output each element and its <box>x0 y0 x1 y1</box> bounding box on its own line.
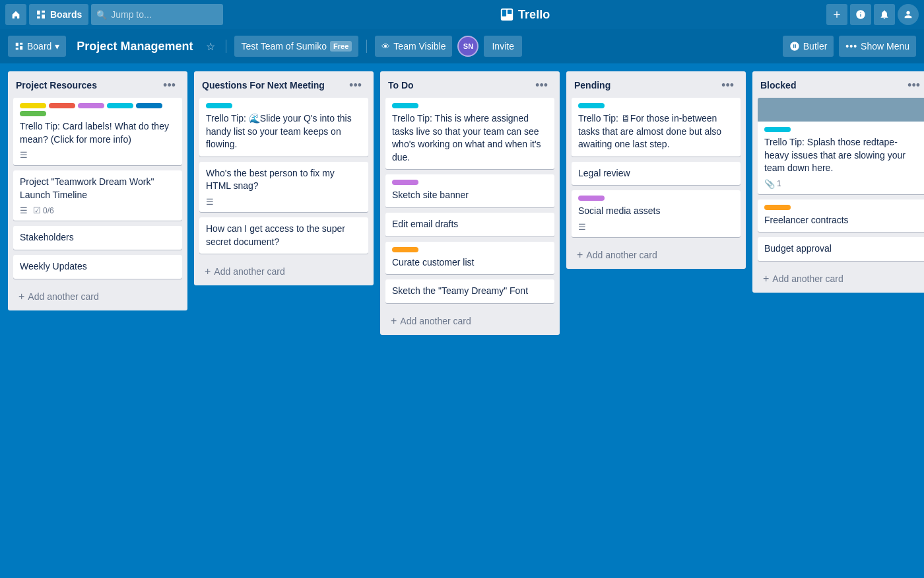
checklist-badge: ☑ 0/6 <box>33 205 54 215</box>
card-label-row <box>206 103 362 108</box>
card-label-row <box>578 196 734 201</box>
header-divider-2 <box>366 40 367 53</box>
list-title-pending: Pending <box>574 80 717 90</box>
svg-rect-8 <box>20 43 22 45</box>
card-pr-weekly[interactable]: Weekly Updates <box>13 255 182 279</box>
card-td-tip[interactable]: Trello Tip: This is where assigned tasks… <box>385 98 554 169</box>
card-td-font[interactable]: Sketch the "Teamy Dreamy" Font <box>385 279 554 303</box>
card-bl-budget[interactable]: Budget approval <box>758 237 924 261</box>
add-card-button-to-do[interactable]: +Add another card⊟ <box>383 310 557 332</box>
add-card-label: Add another card <box>400 316 471 326</box>
list-header-questions-next-meeting: Questions For Next Meeting••• <box>194 71 374 98</box>
chevron-down-icon: ▾ <box>55 41 59 52</box>
card-footer: ☰☑ 0/6 <box>20 205 176 215</box>
list-menu-button-project-resources[interactable]: ••• <box>159 78 180 92</box>
list-project-resources: Project Resources•••Trello Tip: Card lab… <box>8 71 187 310</box>
list-header-blocked: Blocked••• <box>752 71 924 98</box>
card-text: Trello Tip: 🖥For those in-between tasks … <box>578 112 734 151</box>
avatar[interactable]: SN <box>457 36 478 57</box>
card-text: Social media assets <box>578 205 734 218</box>
card-text: Edit email drafts <box>392 218 548 231</box>
create-button[interactable] <box>826 4 847 25</box>
svg-rect-3 <box>37 17 40 18</box>
card-label-teal <box>107 103 133 108</box>
trello-logo-icon <box>500 7 514 22</box>
card-pr-stakeholders[interactable]: Stakeholders <box>13 226 182 250</box>
list-menu-button-pending[interactable]: ••• <box>717 78 738 92</box>
card-pr-tip[interactable]: Trello Tip: Card labels! What do they me… <box>13 98 182 165</box>
add-card-button-questions-next-meeting[interactable]: +Add another card⊟ <box>197 260 371 283</box>
card-label-teal <box>392 103 418 108</box>
card-qnm-tip[interactable]: Trello Tip: 🌊Slide your Q's into this ha… <box>199 98 368 157</box>
card-text: Trello Tip: Card labels! What do they me… <box>20 120 176 146</box>
home-button[interactable] <box>5 4 26 25</box>
card-qnm-html[interactable]: Who's the best person to fix my HTML sna… <box>199 162 368 212</box>
board-header-right: Butler ••• Show Menu <box>783 36 916 57</box>
butler-button[interactable]: Butler <box>783 36 834 57</box>
board-header: Board ▾ Project Management ☆ Test Team o… <box>0 29 924 63</box>
card-text: Stakeholders <box>20 231 176 244</box>
card-label-row <box>20 103 176 116</box>
list-menu-button-blocked[interactable]: ••• <box>904 78 924 92</box>
card-bl-cover[interactable]: Trello Tip: Splash those redtape-heavy i… <box>758 98 924 194</box>
card-text: Budget approval <box>764 242 920 256</box>
card-footer: ☰ <box>578 222 734 232</box>
card-td-email[interactable]: Edit email drafts <box>385 213 554 236</box>
list-menu-button-questions-next-meeting[interactable]: ••• <box>345 78 366 92</box>
card-td-curate[interactable]: Curate customer list <box>385 242 554 275</box>
card-text: Who's the best person to fix my HTML sna… <box>206 167 362 193</box>
description-badge: ☰ <box>20 205 28 215</box>
team-visible-button[interactable]: 👁 Team Visible <box>375 36 452 57</box>
boards-label: Boards <box>50 9 82 20</box>
star-button[interactable]: ☆ <box>203 38 218 55</box>
card-label-row <box>392 103 548 108</box>
search-input[interactable] <box>91 4 223 25</box>
card-cover <box>758 98 924 122</box>
plus-icon: + <box>205 266 211 277</box>
card-bl-freelancer[interactable]: Freelancer contracts <box>758 199 924 233</box>
invite-button[interactable]: Invite <box>484 36 521 57</box>
card-label-row <box>764 127 920 132</box>
card-text: Legal review <box>578 167 734 180</box>
free-badge: Free <box>330 41 352 52</box>
eye-icon: 👁 <box>381 42 390 52</box>
svg-rect-7 <box>16 43 18 46</box>
board-title[interactable]: Project Management <box>71 37 198 56</box>
list-title-blocked: Blocked <box>760 80 904 90</box>
card-pe-tip[interactable]: Trello Tip: 🖥For those in-between tasks … <box>572 98 741 157</box>
list-blocked: Blocked•••Trello Tip: Splash those redta… <box>752 71 924 293</box>
card-label-orange <box>392 247 418 252</box>
svg-rect-6 <box>508 10 512 14</box>
svg-rect-2 <box>42 15 45 18</box>
card-label-green <box>20 111 46 116</box>
list-header-project-resources: Project Resources••• <box>8 71 187 98</box>
svg-rect-0 <box>37 11 40 15</box>
list-title-to-do: To Do <box>388 80 531 90</box>
card-pe-legal[interactable]: Legal review <box>572 162 741 186</box>
notifications-button[interactable] <box>874 4 895 25</box>
board-menu-button[interactable]: Board ▾ <box>8 36 66 57</box>
user-menu-button[interactable] <box>898 4 919 25</box>
card-label-row <box>764 205 920 210</box>
description-badge: ☰ <box>20 150 28 160</box>
card-text: How can I get access to the super secret… <box>206 223 362 248</box>
boards-button[interactable]: Boards <box>29 4 88 25</box>
card-text: Curate customer list <box>392 256 548 270</box>
add-card-button-blocked[interactable]: +Add another card⊟ <box>755 268 924 290</box>
card-text: Trello Tip: 🌊Slide your Q's into this ha… <box>206 112 362 151</box>
show-menu-button[interactable]: ••• Show Menu <box>839 36 916 57</box>
add-card-button-project-resources[interactable]: +Add another card⊟ <box>11 285 185 308</box>
nav-center: Trello <box>226 7 824 22</box>
card-td-sketch[interactable]: Sketch site banner <box>385 174 554 207</box>
team-button[interactable]: Test Team of Sumiko Free <box>234 36 358 57</box>
card-pe-social[interactable]: Social media assets☰ <box>572 190 741 237</box>
plus-icon: + <box>577 249 583 261</box>
info-button[interactable] <box>850 4 871 25</box>
card-pr-timeline[interactable]: Project "Teamwork Dream Work" Launch Tim… <box>13 170 182 221</box>
list-menu-button-to-do[interactable]: ••• <box>531 78 552 92</box>
list-to-do: To Do•••Trello Tip: This is where assign… <box>380 71 560 335</box>
add-card-button-pending[interactable]: +Add another card⊟ <box>569 244 743 266</box>
card-label-teal <box>578 103 605 108</box>
card-qnm-doc[interactable]: How can I get access to the super secret… <box>199 217 368 254</box>
search-wrapper: 🔍 <box>91 4 223 25</box>
